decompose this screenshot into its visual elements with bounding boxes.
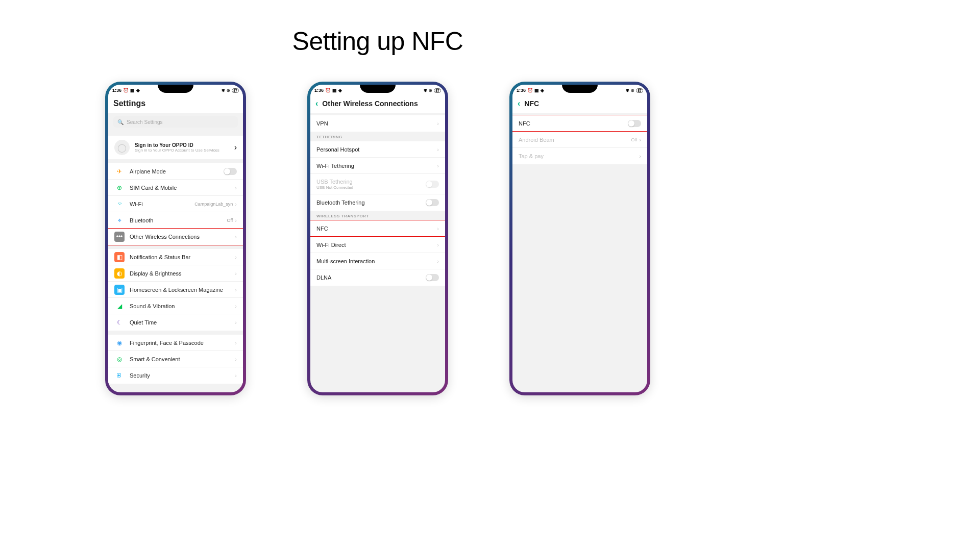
avatar-icon: ◯ [114, 140, 130, 155]
display-icon: ◐ [114, 268, 125, 279]
chevron-right-icon: › [235, 234, 237, 240]
wireless-transport-header: Wireless Transport [310, 211, 445, 220]
chevron-right-icon: › [235, 217, 237, 223]
owc-title: Other Wireless Connections [322, 99, 418, 108]
wifiteth-label: Wi-Fi Tethering [316, 163, 437, 169]
alarm-icon: ⏰ [527, 88, 533, 93]
sound-label: Sound & Vibration [130, 303, 235, 309]
row-fingerprint[interactable]: ◉ Fingerprint, Face & Passcode › [108, 335, 243, 351]
row-wifi-tethering[interactable]: Wi-Fi Tethering › [310, 158, 445, 174]
bt-label: Bluetooth [130, 217, 227, 223]
row-bluetooth[interactable]: ⌖ Bluetooth Off › [108, 212, 243, 229]
battery-indicator: 87 [434, 88, 441, 93]
dnd-icon: ▦ [130, 88, 135, 93]
row-nfc-toggle[interactable]: NFC [512, 115, 647, 132]
chevron-right-icon: › [235, 303, 237, 309]
phone-mockup-3: 1:36 ⏰ ▦ ◈ ✱ ⊙ 87 ‹ NFC [509, 82, 650, 395]
beam-label: Android Beam [519, 137, 631, 143]
chevron-right-icon: › [437, 146, 439, 153]
usb-tethering-toggle [426, 181, 439, 188]
quiet-label: Quiet Time [130, 319, 235, 325]
row-dlna[interactable]: DLNA [310, 269, 445, 286]
row-security[interactable]: ⛨ Security › [108, 367, 243, 384]
dlna-toggle[interactable] [426, 274, 439, 281]
hotspot-label: Personal Hotspot [316, 146, 437, 153]
page-title: Setting up NFC [0, 27, 755, 56]
nfc-title: NFC [524, 99, 539, 108]
search-placeholder: Search Settings [127, 119, 163, 125]
chevron-right-icon: › [639, 137, 641, 143]
chevron-right-icon: › [235, 372, 237, 379]
notif-label: Notification & Status Bar [130, 254, 235, 260]
back-button[interactable]: ‹ [315, 99, 318, 108]
battery-indicator: 87 [636, 88, 643, 93]
row-airplane-mode[interactable]: ✈ Airplane Mode [108, 163, 243, 180]
chevron-right-icon: › [437, 163, 439, 169]
sim-label: SIM Card & Mobile [130, 185, 235, 191]
chevron-right-icon: › [437, 120, 439, 127]
row-wifi[interactable]: ⌔ Wi-Fi CampaignLab_syn › [108, 196, 243, 212]
row-homescreen[interactable]: ▣ Homescreen & Lockscreen Magazine › [108, 282, 243, 298]
row-android-beam: Android Beam Off › [512, 132, 647, 148]
smart-label: Smart & Convenient [130, 356, 235, 362]
row-hotspot[interactable]: Personal Hotspot › [310, 141, 445, 158]
signin-row[interactable]: ◯ Sign in to Your OPPO ID Sign in to You… [108, 136, 243, 159]
status-time: 1:36 [112, 88, 121, 93]
wifi-value: CampaignLab_syn [194, 202, 233, 207]
moon-icon: ☾ [114, 317, 125, 328]
notification-icon: ◧ [114, 252, 125, 262]
row-sound[interactable]: ◢ Sound & Vibration › [108, 298, 243, 314]
wfd-label: Wi-Fi Direct [316, 242, 437, 248]
signin-title: Sign in to Your OPPO ID [135, 142, 234, 148]
wifi-label: Wi-Fi [130, 201, 194, 207]
bt-tethering-toggle[interactable] [426, 199, 439, 206]
wifi-status-icon: ◈ [338, 88, 342, 93]
row-vpn[interactable]: VPN › [310, 115, 445, 132]
nfc-header: ‹ NFC [512, 96, 647, 113]
usbteth-sub: USB Not Connected [316, 185, 426, 190]
row-sim[interactable]: ⊕ SIM Card & Mobile › [108, 180, 243, 196]
notch [158, 85, 193, 93]
wifi-icon: ⌔ [114, 199, 125, 209]
other-wireless-icon: ••• [114, 232, 125, 242]
home-icon: ▣ [114, 285, 125, 295]
row-wifi-direct[interactable]: Wi-Fi Direct › [310, 237, 445, 253]
bt-value: Off [227, 218, 233, 223]
nfc-toggle-label: NFC [519, 120, 628, 127]
row-notification[interactable]: ◧ Notification & Status Bar › [108, 249, 243, 265]
chevron-right-icon: › [437, 242, 439, 248]
dlna-label: DLNA [316, 274, 426, 281]
location-icon: ⊙ [631, 88, 634, 93]
back-button[interactable]: ‹ [518, 99, 520, 108]
bluetooth-icon: ⌖ [114, 215, 125, 226]
alarm-icon: ⏰ [123, 88, 129, 93]
row-multiscreen[interactable]: Multi-screen Interaction › [310, 253, 445, 269]
phone-mockup-1: 1:36 ⏰ ▦ ◈ ✱ ⊙ 87 Settings 🔍 Search Sett… [105, 82, 246, 395]
row-smart[interactable]: ◎ Smart & Convenient › [108, 351, 243, 367]
dnd-icon: ▦ [534, 88, 539, 93]
row-nfc[interactable]: NFC › [310, 220, 445, 237]
owc-header: ‹ Other Wireless Connections [310, 96, 445, 113]
row-display[interactable]: ◐ Display & Brightness › [108, 265, 243, 282]
row-bt-tethering[interactable]: Bluetooth Tethering [310, 194, 445, 211]
nfc-toggle[interactable] [628, 120, 641, 127]
security-label: Security [130, 372, 235, 379]
beam-value: Off [631, 137, 637, 142]
row-quiet[interactable]: ☾ Quiet Time › [108, 314, 243, 331]
status-time: 1:36 [314, 88, 324, 93]
chevron-right-icon: › [437, 226, 439, 232]
airplane-toggle[interactable] [224, 168, 237, 175]
chevron-right-icon: › [639, 153, 641, 159]
chevron-right-icon: › [235, 254, 237, 260]
search-settings-input[interactable]: 🔍 Search Settings [113, 116, 238, 128]
phone-mockup-2: 1:36 ⏰ ▦ ◈ ✱ ⊙ 87 ‹ Other Wireless Conne… [307, 82, 448, 395]
location-icon: ⊙ [429, 88, 432, 93]
home-label: Homescreen & Lockscreen Magazine [130, 287, 235, 293]
row-other-wireless[interactable]: ••• Other Wireless Connections › [108, 229, 243, 245]
notch [360, 85, 396, 93]
notch [562, 85, 598, 93]
chevron-right-icon: › [235, 356, 237, 362]
chevron-right-icon: › [235, 287, 237, 293]
alarm-icon: ⏰ [325, 88, 331, 93]
airplane-label: Airplane Mode [130, 168, 224, 174]
